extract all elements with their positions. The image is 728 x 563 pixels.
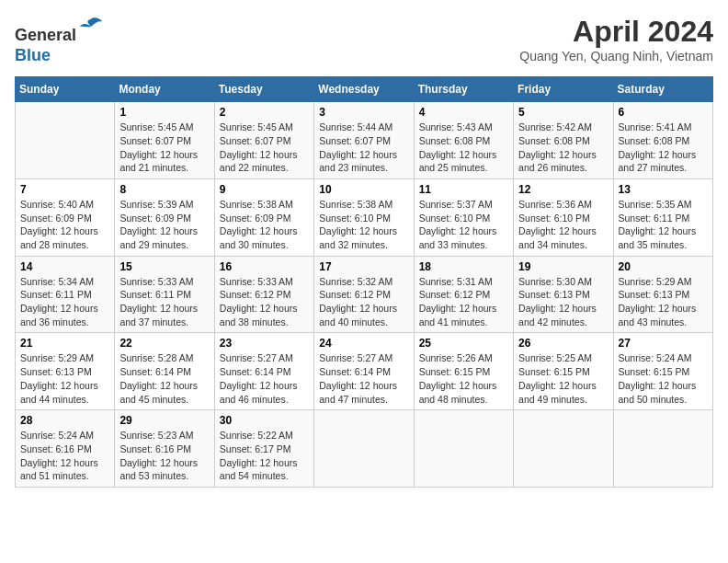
day-info: Sunrise: 5:22 AM Sunset: 6:17 PM Dayligh…	[220, 429, 309, 483]
day-info: Sunrise: 5:27 AM Sunset: 6:14 PM Dayligh…	[319, 351, 408, 406]
day-info: Sunrise: 5:27 AM Sunset: 6:14 PM Dayligh…	[220, 351, 309, 406]
calendar-col-friday: Friday	[514, 77, 613, 102]
calendar-week-row: 14Sunrise: 5:34 AM Sunset: 6:11 PM Dayli…	[16, 256, 713, 333]
day-info: Sunrise: 5:24 AM Sunset: 6:16 PM Dayligh…	[20, 429, 109, 483]
calendar-cell: 24Sunrise: 5:27 AM Sunset: 6:14 PM Dayli…	[314, 333, 414, 410]
calendar-col-tuesday: Tuesday	[214, 77, 313, 102]
day-number: 25	[419, 337, 508, 350]
calendar-cell: 29Sunrise: 5:23 AM Sunset: 6:16 PM Dayli…	[115, 410, 214, 488]
day-number: 4	[419, 106, 508, 119]
day-info: Sunrise: 5:38 AM Sunset: 6:10 PM Dayligh…	[319, 198, 408, 252]
calendar-col-thursday: Thursday	[414, 77, 513, 102]
day-number: 6	[619, 106, 708, 119]
calendar-cell: 20Sunrise: 5:29 AM Sunset: 6:13 PM Dayli…	[613, 256, 712, 333]
calendar-col-wednesday: Wednesday	[314, 77, 414, 102]
calendar-col-sunday: Sunday	[16, 77, 115, 102]
day-info: Sunrise: 5:34 AM Sunset: 6:11 PM Dayligh…	[20, 275, 109, 329]
day-number: 10	[319, 183, 408, 196]
calendar-cell: 12Sunrise: 5:36 AM Sunset: 6:10 PM Dayli…	[514, 178, 613, 256]
calendar-week-row: 1Sunrise: 5:45 AM Sunset: 6:07 PM Daylig…	[16, 102, 713, 179]
day-info: Sunrise: 5:38 AM Sunset: 6:09 PM Dayligh…	[220, 198, 309, 252]
calendar-col-monday: Monday	[115, 77, 214, 102]
calendar-cell: 5Sunrise: 5:42 AM Sunset: 6:08 PM Daylig…	[514, 102, 613, 179]
day-number: 16	[220, 260, 309, 273]
day-number: 18	[419, 260, 508, 273]
day-info: Sunrise: 5:25 AM Sunset: 6:15 PM Dayligh…	[518, 351, 608, 406]
calendar-cell: 13Sunrise: 5:35 AM Sunset: 6:11 PM Dayli…	[613, 178, 712, 256]
calendar-cell: 1Sunrise: 5:45 AM Sunset: 6:07 PM Daylig…	[115, 102, 214, 179]
calendar-week-row: 7Sunrise: 5:40 AM Sunset: 6:09 PM Daylig…	[16, 178, 713, 256]
calendar-cell: 21Sunrise: 5:29 AM Sunset: 6:13 PM Dayli…	[16, 333, 115, 410]
day-number: 15	[119, 260, 209, 273]
day-info: Sunrise: 5:29 AM Sunset: 6:13 PM Dayligh…	[619, 275, 708, 329]
day-info: Sunrise: 5:29 AM Sunset: 6:13 PM Dayligh…	[20, 351, 109, 406]
calendar-week-row: 21Sunrise: 5:29 AM Sunset: 6:13 PM Dayli…	[16, 333, 713, 410]
day-info: Sunrise: 5:45 AM Sunset: 6:07 PM Dayligh…	[119, 121, 209, 175]
day-number: 29	[119, 414, 209, 427]
calendar-week-row: 28Sunrise: 5:24 AM Sunset: 6:16 PM Dayli…	[16, 410, 713, 488]
day-info: Sunrise: 5:45 AM Sunset: 6:07 PM Dayligh…	[220, 121, 309, 175]
day-number: 11	[419, 183, 508, 196]
calendar-table: SundayMondayTuesdayWednesdayThursdayFrid…	[15, 76, 713, 488]
calendar-cell: 4Sunrise: 5:43 AM Sunset: 6:08 PM Daylig…	[414, 102, 513, 179]
day-number: 2	[220, 106, 309, 119]
day-number: 24	[319, 337, 408, 350]
calendar-cell	[16, 102, 115, 179]
day-number: 30	[220, 414, 309, 427]
day-info: Sunrise: 5:43 AM Sunset: 6:08 PM Dayligh…	[419, 121, 508, 175]
day-number: 3	[319, 106, 408, 119]
day-info: Sunrise: 5:36 AM Sunset: 6:10 PM Dayligh…	[518, 198, 608, 252]
calendar-cell: 14Sunrise: 5:34 AM Sunset: 6:11 PM Dayli…	[16, 256, 115, 333]
day-info: Sunrise: 5:35 AM Sunset: 6:11 PM Dayligh…	[619, 198, 708, 252]
calendar-cell: 9Sunrise: 5:38 AM Sunset: 6:09 PM Daylig…	[214, 178, 313, 256]
calendar-cell: 2Sunrise: 5:45 AM Sunset: 6:07 PM Daylig…	[214, 102, 313, 179]
calendar-cell	[514, 410, 613, 488]
logo-blue: Blue	[15, 46, 51, 64]
calendar-cell: 16Sunrise: 5:33 AM Sunset: 6:12 PM Dayli…	[214, 256, 313, 333]
calendar-cell: 27Sunrise: 5:24 AM Sunset: 6:15 PM Dayli…	[613, 333, 712, 410]
calendar-cell: 17Sunrise: 5:32 AM Sunset: 6:12 PM Dayli…	[314, 256, 414, 333]
logo: General Blue	[15, 15, 104, 65]
calendar-cell	[613, 410, 712, 488]
day-info: Sunrise: 5:39 AM Sunset: 6:09 PM Dayligh…	[119, 198, 209, 252]
day-number: 23	[220, 337, 309, 350]
calendar-cell: 23Sunrise: 5:27 AM Sunset: 6:14 PM Dayli…	[214, 333, 313, 410]
day-info: Sunrise: 5:28 AM Sunset: 6:14 PM Dayligh…	[119, 351, 209, 406]
calendar-cell: 28Sunrise: 5:24 AM Sunset: 6:16 PM Dayli…	[16, 410, 115, 488]
calendar-cell: 11Sunrise: 5:37 AM Sunset: 6:10 PM Dayli…	[414, 178, 513, 256]
day-number: 22	[119, 337, 209, 350]
subtitle: Quang Yen, Quang Ninh, Vietnam	[519, 49, 713, 63]
day-info: Sunrise: 5:44 AM Sunset: 6:07 PM Dayligh…	[319, 121, 408, 175]
day-number: 28	[20, 414, 109, 427]
calendar-cell: 3Sunrise: 5:44 AM Sunset: 6:07 PM Daylig…	[314, 102, 414, 179]
day-number: 13	[619, 183, 708, 196]
day-number: 21	[20, 337, 109, 350]
calendar-col-saturday: Saturday	[613, 77, 712, 102]
calendar-cell: 18Sunrise: 5:31 AM Sunset: 6:12 PM Dayli…	[414, 256, 513, 333]
day-info: Sunrise: 5:32 AM Sunset: 6:12 PM Dayligh…	[319, 275, 408, 329]
calendar-cell: 15Sunrise: 5:33 AM Sunset: 6:11 PM Dayli…	[115, 256, 214, 333]
day-number: 5	[518, 106, 608, 119]
day-info: Sunrise: 5:37 AM Sunset: 6:10 PM Dayligh…	[419, 198, 508, 252]
day-number: 27	[619, 337, 708, 350]
day-info: Sunrise: 5:41 AM Sunset: 6:08 PM Dayligh…	[619, 121, 708, 175]
calendar-cell: 6Sunrise: 5:41 AM Sunset: 6:08 PM Daylig…	[613, 102, 712, 179]
calendar-header-row: SundayMondayTuesdayWednesdayThursdayFrid…	[16, 77, 713, 102]
logo-bird-icon	[78, 15, 104, 40]
calendar-cell: 25Sunrise: 5:26 AM Sunset: 6:15 PM Dayli…	[414, 333, 513, 410]
day-info: Sunrise: 5:40 AM Sunset: 6:09 PM Dayligh…	[20, 198, 109, 252]
day-info: Sunrise: 5:33 AM Sunset: 6:12 PM Dayligh…	[220, 275, 309, 329]
day-number: 8	[119, 183, 209, 196]
title-block: April 2024 Quang Yen, Quang Ninh, Vietna…	[519, 15, 713, 63]
day-info: Sunrise: 5:30 AM Sunset: 6:13 PM Dayligh…	[518, 275, 608, 329]
day-number: 12	[518, 183, 608, 196]
day-info: Sunrise: 5:42 AM Sunset: 6:08 PM Dayligh…	[518, 121, 608, 175]
day-number: 9	[220, 183, 309, 196]
day-number: 1	[119, 106, 209, 119]
calendar-cell	[314, 410, 414, 488]
page-header: General Blue April 2024 Quang Yen, Quang…	[15, 15, 713, 65]
day-info: Sunrise: 5:26 AM Sunset: 6:15 PM Dayligh…	[419, 351, 508, 406]
day-info: Sunrise: 5:24 AM Sunset: 6:15 PM Dayligh…	[619, 351, 708, 406]
calendar-cell: 7Sunrise: 5:40 AM Sunset: 6:09 PM Daylig…	[16, 178, 115, 256]
day-info: Sunrise: 5:31 AM Sunset: 6:12 PM Dayligh…	[419, 275, 508, 329]
